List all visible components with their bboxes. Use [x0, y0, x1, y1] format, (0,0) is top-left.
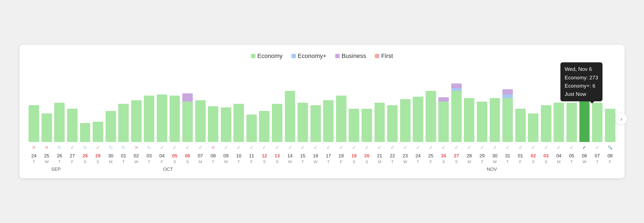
- date-cell: 25W: [41, 153, 53, 165]
- legend-business-dot: [335, 54, 340, 58]
- date-cell: 09W: [220, 153, 232, 165]
- bar-icon: ↻: [117, 145, 130, 150]
- bar-icon: ✓: [566, 145, 578, 150]
- bar-icon: ✓: [156, 145, 168, 150]
- date-cell: 03S: [540, 153, 552, 165]
- bar-icon: ✓: [335, 145, 348, 150]
- bar-icon: ✓: [463, 145, 475, 150]
- bar-icon: ✓: [527, 145, 540, 150]
- date-cell: 24T: [28, 153, 40, 165]
- bar-group[interactable]: [181, 65, 194, 142]
- date-cell: 19S: [348, 153, 360, 165]
- bar-group[interactable]: [284, 65, 296, 142]
- bar-group[interactable]: [220, 65, 232, 142]
- bar-icon: 🔍: [604, 145, 616, 150]
- bar-group[interactable]: [373, 65, 386, 142]
- bar-group[interactable]: [463, 65, 475, 142]
- bars-row: [25, 65, 619, 142]
- bar-group[interactable]: [578, 65, 591, 142]
- bar-group[interactable]: [412, 65, 424, 142]
- bar-group[interactable]: [41, 65, 53, 142]
- date-cell: 27S: [450, 153, 463, 165]
- month-label: SEP: [51, 167, 61, 172]
- next-arrow[interactable]: ›: [615, 113, 627, 125]
- bar-icon: ✓: [514, 145, 527, 150]
- date-cell: 12S: [258, 153, 271, 165]
- bar-group[interactable]: [233, 65, 245, 142]
- bar-icon: ✓: [591, 145, 604, 150]
- chart-area: Wed, Nov 6 Economy: 273 Economy+: 6 Just…: [25, 65, 619, 173]
- bar-group[interactable]: [502, 65, 514, 142]
- bar-icon: ✓: [578, 145, 591, 150]
- bar-group[interactable]: [66, 65, 79, 142]
- bar-group[interactable]: [437, 65, 450, 142]
- date-cell: 16W: [309, 153, 322, 165]
- date-cell: 30W: [489, 153, 501, 165]
- bar-group[interactable]: [117, 65, 130, 142]
- bar-group[interactable]: [271, 65, 284, 142]
- bar-group[interactable]: [514, 65, 527, 142]
- bar-group[interactable]: [386, 65, 399, 142]
- date-cell: 04M: [553, 153, 565, 165]
- dates-row: 24T25W26T27F28S29S30M01T02W03T04F05S06S0…: [25, 152, 619, 165]
- bar-group[interactable]: [207, 65, 219, 142]
- bar-group[interactable]: [246, 65, 258, 142]
- date-cell: 13S: [271, 153, 284, 165]
- bar-group[interactable]: [130, 65, 143, 142]
- bar-group[interactable]: [450, 65, 463, 142]
- bar-group[interactable]: [553, 65, 565, 142]
- bar-group[interactable]: [53, 65, 66, 142]
- bar-icon: ↻: [53, 145, 66, 150]
- bar-group[interactable]: [79, 65, 91, 142]
- date-cell: 07M: [194, 153, 207, 165]
- bar-group[interactable]: [566, 65, 578, 142]
- bar-icon: ↻: [143, 145, 155, 150]
- date-cell: 02S: [527, 153, 540, 165]
- date-cell: 04F: [156, 153, 168, 165]
- bar-icon: ✓: [233, 145, 245, 150]
- bar-group[interactable]: [361, 65, 373, 142]
- legend-first: First: [375, 52, 393, 60]
- bar-group[interactable]: [169, 65, 181, 142]
- bar-group[interactable]: [104, 65, 117, 142]
- bar-group[interactable]: [194, 65, 207, 142]
- bar-group[interactable]: [309, 65, 322, 142]
- bar-group[interactable]: [348, 65, 360, 142]
- bar-icon: ✓: [348, 145, 360, 150]
- bar-group[interactable]: [258, 65, 271, 142]
- date-cell: 24T: [412, 153, 424, 165]
- date-cell: 31T: [502, 153, 514, 165]
- legend-economyplus-dot: [291, 54, 296, 58]
- bar-group[interactable]: [399, 65, 411, 142]
- bar-icon: ✓: [540, 145, 552, 150]
- bar-group[interactable]: [322, 65, 335, 142]
- bar-icon: ✓: [386, 145, 399, 150]
- bar-icon: ✓: [437, 145, 450, 150]
- bar-icon: ✓: [553, 145, 565, 150]
- bar-group[interactable]: [527, 65, 540, 142]
- date-cell: 06S: [181, 153, 194, 165]
- month-label: NOV: [487, 167, 497, 172]
- bar-group[interactable]: [591, 65, 604, 142]
- bar-group[interactable]: [28, 65, 40, 142]
- bar-group[interactable]: [92, 65, 104, 142]
- date-cell: 29T: [476, 153, 488, 165]
- bar-icon: ✓: [399, 145, 411, 150]
- bar-icon: ✓: [92, 145, 104, 150]
- bar-group[interactable]: [297, 65, 309, 142]
- legend-business: Business: [335, 52, 366, 60]
- bar-group[interactable]: [335, 65, 348, 142]
- month-label: OCT: [163, 167, 173, 172]
- date-cell: 05T: [566, 153, 578, 165]
- bar-group[interactable]: [540, 65, 552, 142]
- bar-group[interactable]: [476, 65, 488, 142]
- bar-group[interactable]: [143, 65, 155, 142]
- bar-icon: ✕: [28, 145, 40, 150]
- bar-icon: ✓: [322, 145, 335, 150]
- bar-group[interactable]: [156, 65, 168, 142]
- bar-group[interactable]: [425, 65, 437, 142]
- bar-group[interactable]: [604, 65, 616, 142]
- legend-business-label: Business: [342, 52, 366, 60]
- bar-group[interactable]: [489, 65, 501, 142]
- date-cell: 25F: [425, 153, 437, 165]
